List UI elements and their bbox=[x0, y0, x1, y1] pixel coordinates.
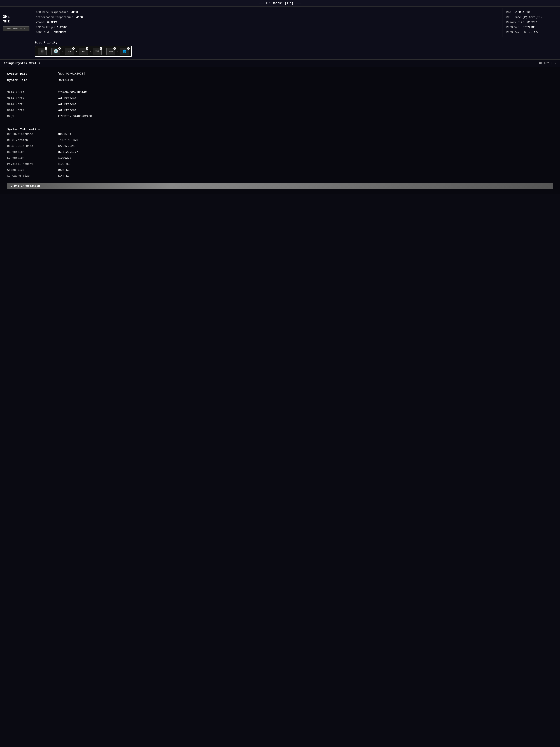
system-date-label: System Date bbox=[7, 72, 57, 77]
arrow-1: › bbox=[48, 50, 50, 53]
vcore-row: VCore: 0.924V bbox=[36, 20, 499, 25]
ez-mode-label[interactable]: EZ Mode (F7) bbox=[257, 1, 303, 5]
nav-bar: ttings\System Status HOT KEY | ↩ bbox=[0, 60, 560, 67]
bios-build-label: BIOS Build Date: bbox=[506, 31, 532, 34]
system-datetime-section: System Date [Wed 01/01/2020] System Time… bbox=[7, 72, 553, 83]
boot-badge-1: 1 bbox=[45, 47, 47, 50]
back-button[interactable]: ↩ bbox=[555, 61, 556, 65]
memory-value: 8192MB bbox=[527, 21, 537, 24]
memory-size-row: Memory Size: 8192MB bbox=[506, 20, 556, 25]
boot-icon-net[interactable]: 🌐 7 bbox=[120, 47, 130, 55]
physical-memory-row: Physical Memory 8192 MB bbox=[7, 162, 553, 166]
bios-ver-label: BIOS Ver: bbox=[506, 26, 521, 29]
bios-mode-value: CSM/UEFI bbox=[54, 31, 66, 34]
boot-icon-usb1[interactable]: USB 3 bbox=[64, 47, 75, 55]
ec-version-label: EC Version bbox=[7, 156, 57, 160]
boot-badge-4: 4 bbox=[86, 47, 88, 50]
freq-mhz: MHz bbox=[3, 19, 29, 24]
separator-icon: | bbox=[551, 62, 553, 65]
bios-build-date-value: 12/21/2021 bbox=[57, 144, 553, 149]
m2-value: KINGSTON SA400M8240G bbox=[57, 114, 553, 119]
breadcrumb: ttings\System Status bbox=[4, 61, 40, 65]
bios-build-date-row: BIOS Build Date 12/21/2021 bbox=[7, 144, 553, 149]
header-left: GHz MHz XMP Profile 2 bbox=[0, 8, 32, 37]
memory-label: Memory Size: bbox=[506, 21, 526, 24]
l3-cache-label: L3 Cache Size bbox=[7, 174, 57, 179]
boot-badge-5: 5 bbox=[100, 47, 102, 50]
hot-key-area: HOT KEY | ↩ bbox=[538, 61, 556, 65]
sata-port3-label: SATA Port3 bbox=[7, 102, 57, 107]
arrow-2: › bbox=[62, 50, 64, 53]
ddr-voltage-row: DDR Voltage: 1.208V bbox=[36, 25, 499, 30]
boot-badge-2: 2 bbox=[58, 47, 61, 50]
arrow-5: › bbox=[103, 50, 105, 53]
bios-mode-label: BIOS Mode: bbox=[36, 31, 52, 34]
bios-build-value: 12/ bbox=[534, 31, 539, 34]
cd-icon: 💿 bbox=[53, 49, 58, 54]
mb-value: H510M-A PRO bbox=[513, 11, 531, 14]
sata-port3-row: SATA Port3 Not Present bbox=[7, 102, 553, 107]
cpuid-label: CPUID/MicroCode bbox=[7, 132, 57, 137]
usb2-icon: USB bbox=[81, 50, 85, 52]
dmi-bar[interactable]: ▶ DMI Information bbox=[7, 183, 553, 189]
system-time-value[interactable]: [09:21:09] bbox=[57, 78, 553, 83]
boot-icon-usb4[interactable]: USB 6 bbox=[106, 47, 116, 55]
bios-mode-row: BIOS Mode: CSM/UEFI bbox=[36, 30, 499, 35]
bios-version-row: BIOS Version E7D22IMS.370 bbox=[7, 138, 553, 143]
usb3-icon: USB bbox=[96, 50, 99, 52]
net-icon: 🌐 bbox=[123, 49, 127, 53]
arrow-6: › bbox=[117, 50, 118, 53]
boot-badge-7: 7 bbox=[127, 47, 130, 50]
bios-ver-value: E7D22IMS bbox=[523, 26, 535, 29]
hdd-icon: 🖥 bbox=[40, 49, 44, 54]
mb-temp-value: 41°C bbox=[76, 16, 83, 19]
header-info: GHz MHz XMP Profile 2 CPU Core Temperatu… bbox=[0, 7, 560, 39]
system-time-row: System Time [09:21:09] bbox=[7, 78, 553, 83]
l3-cache-row: L3 Cache Size 6144 KB bbox=[7, 174, 553, 179]
ddr-voltage-value: 1.208V bbox=[57, 26, 66, 29]
bios-build-row: BIOS Build Date: 12/ bbox=[506, 30, 556, 35]
mb-row: MB: H510M-A PRO bbox=[506, 10, 556, 15]
boot-icon-usb3[interactable]: USB 5 bbox=[92, 47, 102, 55]
system-date-value[interactable]: [Wed 01/01/2020] bbox=[57, 72, 553, 77]
ec-version-row: EC Version 210303.3 bbox=[7, 156, 553, 160]
sata-port4-label: SATA Port4 bbox=[7, 108, 57, 113]
sata-port2-value: Not Present bbox=[57, 96, 553, 101]
m2-row: M2_1 KINGSTON SA400M8240G bbox=[7, 114, 553, 119]
bios-screen: EZ Mode (F7) GHz MHz XMP Profile 2 CPU C… bbox=[0, 0, 560, 747]
vcore-label: VCore: bbox=[36, 21, 46, 24]
freq-ghz: GHz bbox=[3, 15, 29, 19]
physical-memory-label: Physical Memory bbox=[7, 162, 57, 166]
boot-icon-cd[interactable]: 💿 2 bbox=[51, 47, 61, 55]
sata-port1-label: SATA Port1 bbox=[7, 90, 57, 95]
top-bar: EZ Mode (F7) bbox=[0, 0, 560, 7]
boot-priority-title: Boot Priority bbox=[35, 41, 556, 44]
boot-badge-3: 3 bbox=[72, 47, 75, 50]
header-center: CPU Core Temperature: 42°C Motherboard T… bbox=[32, 8, 503, 37]
sata-port1-row: SATA Port1 ST320DM000-1BD14C bbox=[7, 90, 553, 95]
dmi-label: DMI Information bbox=[14, 184, 40, 188]
header-right: MB: H510M-A PRO CPU: Intel(R) Core(TM) M… bbox=[503, 8, 560, 37]
bios-version-value: E7D22IMS.370 bbox=[57, 138, 553, 143]
hotkey-label: HOT KEY bbox=[538, 62, 549, 65]
ec-version-value: 210303.3 bbox=[57, 156, 553, 160]
sata-port4-row: SATA Port4 Not Present bbox=[7, 108, 553, 113]
cpu-temp-value: 42°C bbox=[72, 11, 78, 14]
cpu-row: CPU: Intel(R) Core(TM) bbox=[506, 15, 556, 20]
system-date-row: System Date [Wed 01/01/2020] bbox=[7, 72, 553, 77]
boot-icon-hdd[interactable]: 🖥 1 bbox=[37, 47, 47, 55]
sata-port3-value: Not Present bbox=[57, 102, 553, 107]
boot-icon-usb2[interactable]: USB 4 bbox=[78, 47, 88, 55]
main-content: System Date [Wed 01/01/2020] System Time… bbox=[0, 67, 560, 194]
dmi-arrow-icon: ▶ bbox=[11, 185, 12, 188]
mb-temp-row: Motherboard Temperature: 41°C bbox=[36, 15, 499, 20]
bios-build-date-label: BIOS Build Date bbox=[7, 144, 57, 149]
me-version-label: ME Version bbox=[7, 150, 57, 155]
me-version-row: ME Version 15.0.23.1777 bbox=[7, 150, 553, 155]
vcore-value: 0.924V bbox=[47, 21, 57, 24]
cpu-label: CPU: bbox=[506, 16, 513, 19]
usb4-icon: USB bbox=[109, 50, 113, 52]
physical-memory-value: 8192 MB bbox=[57, 162, 553, 166]
system-time-label: System Time bbox=[7, 78, 57, 83]
cache-size-label: Cache Size bbox=[7, 168, 57, 173]
